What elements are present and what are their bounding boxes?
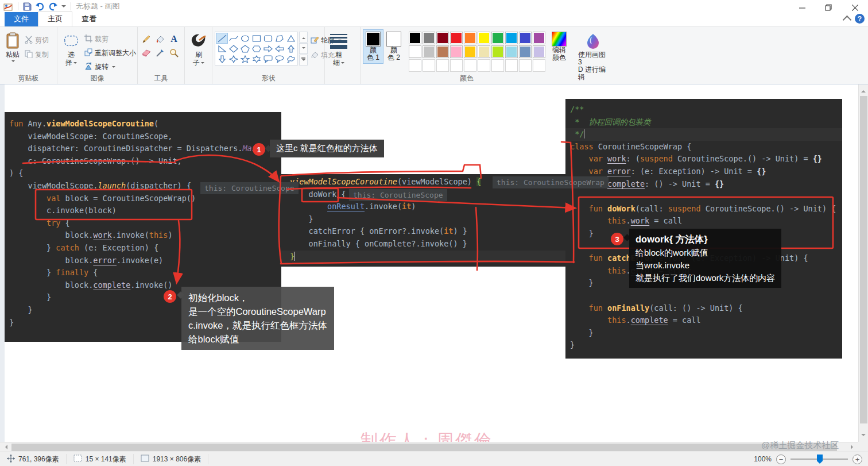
zoom-out-button[interactable]: −: [776, 455, 786, 464]
palette-color[interactable]: [505, 45, 518, 58]
palette-color[interactable]: [450, 45, 463, 58]
shape-six-point-star[interactable]: [251, 54, 262, 64]
shape-diamond[interactable]: [228, 44, 239, 53]
edit-colors-button[interactable]: 编辑颜色: [549, 29, 569, 64]
palette-color[interactable]: [533, 59, 545, 72]
group-tools: A 工具: [138, 27, 185, 84]
vertical-scrollbar[interactable]: [858, 84, 868, 442]
zoom-in-button[interactable]: +: [852, 455, 862, 464]
shape-down-arrow[interactable]: [216, 54, 227, 64]
shapes-scroll-up[interactable]: [299, 32, 308, 43]
horizontal-scroll-thumb[interactable]: [11, 444, 837, 451]
paint3d-button[interactable]: 使用画图 3D 进行编辑: [575, 29, 611, 83]
ide-hint-this-coroutinescope: this: CoroutineScope: [200, 182, 299, 194]
palette-color[interactable]: [491, 32, 504, 44]
palette-color[interactable]: [409, 45, 421, 58]
shape-right-triangle[interactable]: [216, 44, 227, 53]
shape-rounded-callout[interactable]: [262, 54, 273, 64]
tooltip-line: c.invoke，就是执行红色框方法体: [188, 318, 327, 332]
palette-color[interactable]: [519, 32, 532, 44]
qat-customize-dropdown[interactable]: [61, 5, 66, 10]
vertical-scroll-thumb[interactable]: [860, 96, 867, 423]
tab-home[interactable]: 主页: [38, 11, 72, 26]
shape-hexagon[interactable]: [251, 44, 262, 53]
palette-color[interactable]: [505, 59, 518, 72]
shape-pentagon[interactable]: [239, 44, 250, 53]
shape-curve[interactable]: [228, 33, 239, 43]
color1-button[interactable]: 颜色 1: [363, 29, 383, 64]
save-button[interactable]: [23, 2, 32, 11]
shape-left-arrow[interactable]: [274, 44, 285, 53]
help-icon[interactable]: ?: [855, 14, 865, 24]
size-button[interactable]: 粗 细: [327, 29, 350, 68]
copy-button[interactable]: 复制: [23, 48, 51, 61]
palette-color[interactable]: [478, 59, 490, 72]
palette-color[interactable]: [478, 45, 490, 58]
shape-right-arrow[interactable]: [262, 44, 273, 53]
shapes-gallery-more[interactable]: [299, 55, 308, 66]
fill-tool[interactable]: [154, 33, 166, 45]
shape-cloud-callout[interactable]: [285, 54, 296, 64]
shape-rectangle[interactable]: [251, 33, 262, 43]
zoom-slider[interactable]: [790, 459, 848, 460]
palette-color[interactable]: [533, 32, 545, 44]
undo-button[interactable]: [35, 2, 45, 11]
palette-color[interactable]: [436, 45, 449, 58]
shapes-scroll-down[interactable]: [299, 43, 308, 54]
magnifier-tool[interactable]: [168, 47, 180, 59]
shape-triangle[interactable]: [285, 33, 296, 43]
palette-color[interactable]: [436, 32, 449, 44]
scroll-down-icon[interactable]: [861, 434, 866, 438]
scroll-left-icon[interactable]: [3, 445, 7, 449]
palette-color[interactable]: [450, 59, 463, 72]
color2-button[interactable]: 颜色 2: [383, 29, 404, 64]
shape-rounded-rectangle[interactable]: [262, 33, 273, 43]
palette-color[interactable]: [464, 32, 476, 44]
zoom-slider-thumb[interactable]: [817, 455, 823, 464]
palette-color[interactable]: [423, 59, 435, 72]
shape-four-point-star[interactable]: [228, 54, 239, 64]
palette-color[interactable]: [409, 32, 421, 44]
crop-button[interactable]: 裁剪: [83, 33, 138, 45]
palette-color[interactable]: [478, 32, 490, 44]
palette-color[interactable]: [505, 32, 518, 44]
code-line: block.work.invoke(this): [5, 229, 281, 242]
paste-button[interactable]: 粘贴: [2, 29, 23, 66]
shape-oval-callout[interactable]: [274, 54, 285, 64]
palette-color[interactable]: [491, 59, 504, 72]
color-picker-tool[interactable]: [154, 47, 166, 59]
select-button[interactable]: 选 择: [60, 29, 83, 68]
tab-file[interactable]: 文件: [5, 12, 38, 26]
palette-color[interactable]: [423, 32, 435, 44]
palette-color[interactable]: [464, 45, 476, 58]
shape-five-point-star[interactable]: [239, 54, 250, 64]
palette-color[interactable]: [436, 59, 449, 72]
pencil-tool[interactable]: [140, 33, 153, 45]
text-tool[interactable]: A: [168, 33, 180, 45]
palette-color[interactable]: [464, 59, 476, 72]
tab-view[interactable]: 查看: [72, 12, 106, 26]
palette-color[interactable]: [450, 32, 463, 44]
rotate-button[interactable]: 旋转: [83, 60, 138, 73]
shape-line[interactable]: [216, 33, 228, 44]
palette-color[interactable]: [409, 59, 421, 72]
redo-button[interactable]: [48, 2, 58, 11]
collapse-ribbon-icon[interactable]: [843, 16, 852, 25]
palette-color[interactable]: [519, 59, 532, 72]
eraser-tool[interactable]: [140, 47, 153, 59]
palette-color[interactable]: [423, 45, 435, 58]
scroll-up-icon[interactable]: [861, 88, 866, 93]
shape-oval[interactable]: [239, 33, 250, 43]
brushes-button[interactable]: 刷 子: [187, 29, 210, 68]
cut-button[interactable]: 剪切: [23, 34, 51, 47]
scroll-right-icon[interactable]: [851, 445, 855, 449]
paint-canvas[interactable]: fun Any.viewModelScopeCoroutine( viewMod…: [0, 84, 858, 442]
palette-color[interactable]: [519, 45, 532, 58]
resize-button[interactable]: 重新调整大小: [83, 47, 138, 59]
shape-polygon[interactable]: [274, 33, 285, 43]
palette-color[interactable]: [533, 45, 545, 58]
palette-color[interactable]: [491, 45, 504, 58]
horizontal-scrollbar[interactable]: [0, 442, 858, 452]
zoom-controls: 100% − +: [754, 455, 868, 464]
shape-up-arrow[interactable]: [285, 44, 296, 53]
